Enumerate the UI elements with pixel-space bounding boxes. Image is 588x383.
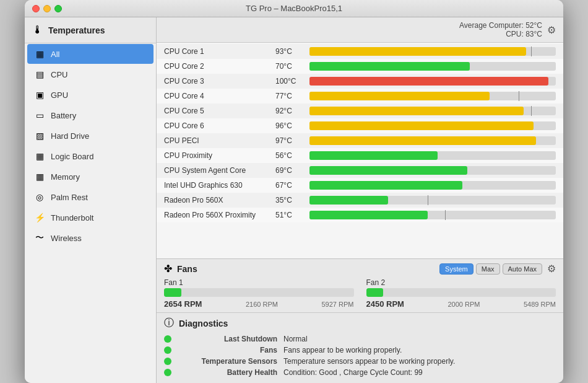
temp-name: CPU Proximity xyxy=(164,151,275,160)
sidebar-label-palm-rest: Palm Rest xyxy=(51,193,88,202)
fan1-bar xyxy=(164,288,181,297)
fans-gear-icon[interactable]: ⚙ xyxy=(547,263,556,275)
temp-name: CPU Core 6 xyxy=(164,121,275,130)
sidebar-label-gpu: GPU xyxy=(51,90,68,100)
temp-name: CPU PECI xyxy=(164,136,275,145)
avg-cpu: CPU: 83°C xyxy=(459,30,542,38)
settings-gear-icon[interactable]: ⚙ xyxy=(547,24,556,36)
fans-btn-max[interactable]: Max xyxy=(476,263,500,275)
minimize-button[interactable] xyxy=(43,5,51,12)
maximize-button[interactable] xyxy=(54,5,62,12)
temp-value: 70°C xyxy=(275,62,309,71)
fan2-item: Fan 2 2450 RPM 2000 RPM 5489 RPM xyxy=(366,278,556,309)
sidebar-item-cpu[interactable]: ▤ CPU xyxy=(27,64,153,84)
temp-bar xyxy=(309,107,524,115)
table-row: CPU Core 2 70°C xyxy=(157,59,563,74)
sidebar-item-gpu[interactable]: ▣ GPU xyxy=(27,85,153,105)
temp-value: 93°C xyxy=(275,47,309,56)
main-panel: Average Computer: 52°C CPU: 83°C ⚙ CPU C… xyxy=(157,17,563,383)
temp-value: 97°C xyxy=(275,136,309,145)
temp-bar xyxy=(309,211,428,219)
status-badge xyxy=(164,335,171,343)
sidebar-item-memory[interactable]: ▦ Memory xyxy=(27,167,153,187)
hard-drive-icon: ▨ xyxy=(33,130,46,142)
fans-header: ✤ Fans SystemMaxAuto Max ⚙ xyxy=(164,263,556,275)
sidebar: 🌡 Temperatures ▦ All ▤ CPU ▣ GPU ▭ Batte… xyxy=(25,17,157,383)
diag-icon: ⓘ xyxy=(164,317,174,330)
table-row: CPU Core 6 96°C xyxy=(157,118,563,133)
fan1-min: 2160 RPM xyxy=(246,301,278,308)
status-badge xyxy=(164,358,171,365)
average-info: Average Computer: 52°C CPU: 83°C xyxy=(459,21,542,38)
cpu-icon: ▤ xyxy=(33,68,46,81)
status-badge xyxy=(164,346,171,354)
table-row: CPU Core 5 92°C xyxy=(157,103,563,118)
fan1-labels: 2654 RPM 2160 RPM 5927 RPM xyxy=(164,299,354,309)
temp-bar xyxy=(309,77,548,86)
temp-bar-container xyxy=(309,181,556,190)
diag-header: ⓘ Diagnostics xyxy=(164,317,556,330)
diagnostics-section: ⓘ Diagnostics Last Shutdown Normal Fans … xyxy=(157,313,563,383)
fan2-name: Fan 2 xyxy=(366,278,556,287)
temp-name: CPU Core 5 xyxy=(164,107,275,115)
sidebar-item-wireless[interactable]: 〜 Wireless xyxy=(27,228,153,248)
temp-bar xyxy=(309,196,388,205)
temp-bar-container xyxy=(309,107,556,115)
sidebar-label-cpu: CPU xyxy=(51,70,67,79)
logic-board-icon: ▦ xyxy=(33,150,46,162)
temp-value: 67°C xyxy=(275,181,309,190)
temp-bar-container xyxy=(309,47,556,56)
bottom-sections: ✤ Fans SystemMaxAuto Max ⚙ Fan 1 2654 xyxy=(157,258,563,383)
sidebar-item-logic-board[interactable]: ▦ Logic Board xyxy=(27,146,153,166)
fans-rows: Fan 1 2654 RPM 2160 RPM 5927 RPM Fa xyxy=(164,278,556,309)
temp-value: 92°C xyxy=(275,107,309,115)
sidebar-label-memory: Memory xyxy=(51,172,80,182)
sidebar-item-palm-rest[interactable]: ◎ Palm Rest xyxy=(27,187,153,207)
fan2-labels: 2450 RPM 2000 RPM 5489 RPM xyxy=(366,299,556,309)
sidebar-nav: ▦ All ▤ CPU ▣ GPU ▭ Battery ▨ Hard Drive… xyxy=(25,44,156,248)
sidebar-item-battery[interactable]: ▭ Battery xyxy=(27,105,153,125)
table-row: CPU Core 1 93°C xyxy=(157,44,563,59)
fan2-bar xyxy=(366,288,384,297)
diag-row-value: Temperature sensors appear to be working… xyxy=(283,357,455,366)
list-item: Fans Fans appear to be working properly. xyxy=(164,345,556,356)
temp-name: CPU System Agent Core xyxy=(164,166,275,175)
fan1-current: 2654 RPM xyxy=(164,299,202,309)
main-window: TG Pro – MacBookPro15,1 🌡 Temperatures ▦… xyxy=(25,0,563,383)
sidebar-label-all: All xyxy=(51,50,59,59)
sidebar-item-all[interactable]: ▦ All xyxy=(27,44,153,64)
sidebar-label-logic-board: Logic Board xyxy=(51,152,93,161)
sidebar-item-hard-drive[interactable]: ▨ Hard Drive xyxy=(27,126,153,146)
fans-title: Fans xyxy=(177,264,439,274)
temp-bar-container xyxy=(309,211,556,219)
titlebar: TG Pro – MacBookPro15,1 xyxy=(25,0,563,17)
fans-btn-auto-max[interactable]: Auto Max xyxy=(503,263,542,275)
diag-row-label: Battery Health xyxy=(181,368,277,377)
sidebar-label-thunderbolt: Thunderbolt xyxy=(51,213,93,222)
window-title: TG Pro – MacBookPro15,1 xyxy=(246,4,342,13)
sidebar-label-wireless: Wireless xyxy=(51,234,82,243)
sidebar-item-thunderbolt[interactable]: ⚡ Thunderbolt xyxy=(27,208,153,227)
all-icon: ▦ xyxy=(33,48,46,60)
list-item: Temperature Sensors Temperature sensors … xyxy=(164,356,556,367)
temp-bar xyxy=(309,136,536,145)
table-row: Radeon Pro 560X Proximity 51°C xyxy=(157,208,563,222)
temp-bar xyxy=(309,62,470,71)
table-row: CPU Core 4 77°C xyxy=(157,89,563,103)
close-button[interactable] xyxy=(32,5,40,12)
diag-title: Diagnostics xyxy=(179,319,228,328)
thermometer-icon: 🌡 xyxy=(32,24,43,37)
temp-bar-container xyxy=(309,121,556,130)
table-row: Radeon Pro 560X 35°C xyxy=(157,193,563,208)
list-item: Battery Health Condition: Good , Charge … xyxy=(164,367,556,378)
fan1-bar-container xyxy=(164,288,354,297)
memory-icon: ▦ xyxy=(33,170,46,183)
temp-name: Radeon Pro 560X xyxy=(164,196,275,205)
stats-header: Average Computer: 52°C CPU: 83°C ⚙ xyxy=(157,17,563,43)
temp-bar xyxy=(309,181,462,190)
diag-row-value: Fans appear to be working properly. xyxy=(283,346,402,354)
fans-btn-system[interactable]: System xyxy=(439,263,473,275)
fan1-max: 5927 RPM xyxy=(322,301,354,308)
sidebar-title: Temperatures xyxy=(48,25,105,35)
temp-value: 56°C xyxy=(275,151,309,160)
